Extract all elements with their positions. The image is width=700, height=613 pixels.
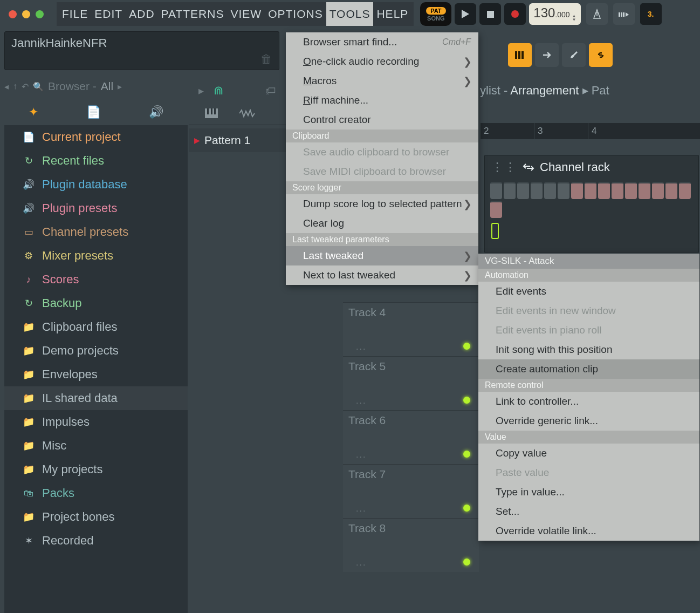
browser-item[interactable]: 📁Impulses <box>4 410 188 434</box>
undo-icon[interactable]: ↶ <box>22 81 29 92</box>
up-icon[interactable]: ↑ <box>13 81 17 91</box>
more-icon[interactable]: ... <box>356 504 366 514</box>
step-button[interactable] <box>531 182 543 199</box>
browser-item[interactable]: 📄Current project <box>4 125 188 149</box>
menu-item[interactable]: Riff machine... <box>286 91 478 110</box>
arrow-right-icon[interactable] <box>535 43 559 67</box>
menu-item[interactable]: Override generic link... <box>478 411 699 431</box>
step-button[interactable] <box>612 182 623 199</box>
countdown-icon[interactable] <box>613 3 635 25</box>
step-button[interactable] <box>598 182 610 199</box>
step-button[interactable] <box>544 182 556 199</box>
menu-item[interactable]: Copy value <box>478 444 699 463</box>
step-button[interactable] <box>652 182 664 199</box>
chevron-right-icon[interactable]: ▸ <box>118 81 122 92</box>
minimize-icon[interactable] <box>22 10 30 18</box>
browser-item[interactable]: 📁Project bones <box>4 505 188 529</box>
menu-add[interactable]: ADD <box>126 2 157 26</box>
browser-item[interactable]: ✶Recorded <box>4 529 188 553</box>
brush-icon[interactable] <box>562 43 586 67</box>
menu-patterns[interactable]: PATTERNS <box>158 2 228 26</box>
chevron-right-icon[interactable]: ▸ <box>198 84 204 97</box>
browser-item[interactable]: 📁My projects <box>4 458 188 481</box>
step-button[interactable] <box>625 182 637 199</box>
browser-item[interactable]: 🔊Plugin presets <box>4 196 188 220</box>
step-button[interactable] <box>558 182 569 199</box>
step-display[interactable]: 3. <box>640 3 662 25</box>
track-row[interactable]: Track 4... <box>343 302 479 356</box>
tag-icon[interactable]: 🏷 <box>265 85 276 97</box>
menu-item[interactable]: Link to controller... <box>478 392 699 411</box>
menu-item[interactable]: Override volatile link... <box>478 521 699 541</box>
browser-item[interactable]: ↻Recent files <box>4 149 188 173</box>
browser-item[interactable]: 🔊Plugin database <box>4 173 188 196</box>
menu-view[interactable]: VIEW <box>227 2 265 26</box>
browser-item[interactable]: 📁Envelopes <box>4 363 188 386</box>
mute-led-icon[interactable] <box>463 558 470 566</box>
menu-file[interactable]: FILE <box>59 2 91 26</box>
browser-item[interactable]: ↻Backup <box>4 291 188 315</box>
menu-item[interactable]: Set... <box>478 502 699 521</box>
copy-icon[interactable]: 📄 <box>86 105 101 119</box>
menu-item[interactable]: Dump score log to selected pattern❯ <box>286 194 478 214</box>
browser-item[interactable]: 📁Demo projects <box>4 339 188 363</box>
step-button[interactable] <box>490 182 502 199</box>
track-row[interactable]: Track 5... <box>343 356 479 410</box>
link-icon[interactable] <box>589 43 613 67</box>
browser-item[interactable]: ♪Scores <box>4 268 188 291</box>
menu-item[interactable]: Next to last tweaked❯ <box>286 265 478 285</box>
menu-item[interactable]: One-click audio recording❯ <box>286 52 478 71</box>
more-icon[interactable]: ... <box>356 396 366 406</box>
menu-edit[interactable]: EDIT <box>91 2 126 26</box>
tempo-display[interactable]: 130 .000 ▲▼ <box>529 3 580 25</box>
step-button[interactable] <box>585 182 596 199</box>
menu-help[interactable]: HELP <box>373 2 411 26</box>
search-icon[interactable]: 🔍 <box>33 81 44 92</box>
zoom-icon[interactable] <box>36 10 44 18</box>
close-icon[interactable] <box>9 10 17 18</box>
favorite-icon[interactable]: ✦ <box>29 105 38 119</box>
step-button[interactable] <box>504 182 516 199</box>
step-button[interactable] <box>639 182 650 199</box>
browser-item[interactable]: ⚙Mixer presets <box>4 244 188 268</box>
track-row[interactable]: Track 7... <box>343 464 479 518</box>
speaker-icon[interactable]: 🔊 <box>149 105 163 119</box>
step-button[interactable] <box>517 182 529 199</box>
mute-led-icon[interactable] <box>463 505 470 512</box>
menu-item[interactable]: Macros❯ <box>286 71 478 91</box>
more-icon[interactable]: ... <box>356 342 366 352</box>
browser-item[interactable]: 🛍Packs <box>4 481 188 505</box>
drag-handle-icon[interactable]: ⋮⋮ <box>491 160 517 174</box>
wave-icon[interactable] <box>239 109 256 118</box>
more-icon[interactable]: ... <box>356 558 366 568</box>
step-button[interactable] <box>679 182 691 199</box>
channel-rack[interactable]: ⋮⋮ Channel rack <box>484 155 699 253</box>
pattern-song-toggle[interactable]: PAT SONG <box>420 2 451 26</box>
menu-item[interactable]: Edit events <box>478 282 699 301</box>
browser-item[interactable]: ▭Channel presets <box>4 220 188 244</box>
magnet-icon[interactable]: ⋒ <box>214 84 223 98</box>
stop-button[interactable] <box>479 3 501 25</box>
menu-item[interactable]: Type in value... <box>478 482 699 502</box>
menu-item[interactable]: Browser smart find...Cmd+F <box>286 32 478 52</box>
step-button[interactable] <box>571 182 583 199</box>
trash-icon[interactable]: 🗑 <box>260 52 272 66</box>
menu-tools[interactable]: TOOLS <box>326 2 374 26</box>
play-button[interactable] <box>455 3 476 25</box>
menu-item[interactable]: Clear log <box>286 214 478 233</box>
track-row[interactable]: Track 8... <box>343 518 479 572</box>
mute-led-icon[interactable] <box>463 397 470 404</box>
track-row[interactable]: Track 6... <box>343 410 479 464</box>
piano-icon[interactable] <box>205 108 218 118</box>
step-button[interactable] <box>665 182 677 199</box>
browser-item[interactable]: 📁IL shared data <box>4 386 188 410</box>
menu-item[interactable]: Control creator <box>286 110 478 130</box>
record-button[interactable] <box>504 3 526 25</box>
swap-icon[interactable] <box>523 162 534 173</box>
more-icon[interactable]: ... <box>356 450 366 460</box>
chevron-left-icon[interactable]: ◂ <box>4 81 9 92</box>
menu-item[interactable]: Init song with this position <box>478 340 699 359</box>
playlist-view-icon[interactable] <box>508 43 532 67</box>
mute-led-icon[interactable] <box>463 451 470 458</box>
timeline-ruler[interactable]: 234 <box>480 123 700 139</box>
